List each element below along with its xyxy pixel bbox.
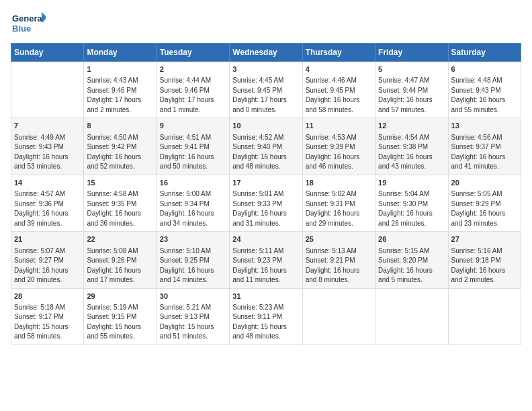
weekday-header-friday: Friday: [375, 44, 448, 62]
day-number: 2: [160, 64, 226, 75]
weekday-header-row: SundayMondayTuesdayWednesdayThursdayFrid…: [11, 44, 521, 62]
calendar-cell: 4Sunrise: 4:46 AM Sunset: 9:45 PM Daylig…: [302, 62, 375, 118]
day-number: 17: [232, 178, 299, 188]
day-detail: Sunrise: 5:15 AM Sunset: 9:20 PM Dayligh…: [378, 246, 445, 285]
calendar-week-row: 28Sunrise: 5:18 AM Sunset: 9:17 PM Dayli…: [11, 288, 521, 345]
calendar-week-row: 7Sunrise: 4:49 AM Sunset: 9:43 PM Daylig…: [11, 118, 521, 175]
day-detail: Sunrise: 5:10 AM Sunset: 9:25 PM Dayligh…: [160, 246, 226, 285]
day-detail: Sunrise: 4:43 AM Sunset: 9:46 PM Dayligh…: [87, 76, 153, 115]
day-number: 19: [378, 178, 445, 188]
calendar-cell: 17Sunrise: 5:01 AM Sunset: 9:33 PM Dayli…: [230, 175, 302, 231]
calendar-cell: 8Sunrise: 4:50 AM Sunset: 9:42 PM Daylig…: [84, 118, 157, 175]
day-detail: Sunrise: 5:13 AM Sunset: 9:21 PM Dayligh…: [306, 246, 372, 285]
calendar-cell: 19Sunrise: 5:04 AM Sunset: 9:30 PM Dayli…: [375, 175, 448, 231]
day-detail: Sunrise: 4:46 AM Sunset: 9:45 PM Dayligh…: [306, 76, 372, 115]
calendar-cell: 26Sunrise: 5:15 AM Sunset: 9:20 PM Dayli…: [375, 232, 448, 288]
day-detail: Sunrise: 5:18 AM Sunset: 9:17 PM Dayligh…: [14, 303, 81, 342]
day-detail: Sunrise: 4:45 AM Sunset: 9:45 PM Dayligh…: [232, 76, 299, 115]
day-detail: Sunrise: 5:19 AM Sunset: 9:15 PM Dayligh…: [87, 303, 153, 342]
calendar-cell: 27Sunrise: 5:16 AM Sunset: 9:18 PM Dayli…: [448, 232, 521, 288]
day-detail: Sunrise: 5:11 AM Sunset: 9:23 PM Dayligh…: [232, 246, 299, 285]
calendar-cell: 6Sunrise: 4:48 AM Sunset: 9:43 PM Daylig…: [448, 62, 521, 118]
calendar-cell: 13Sunrise: 4:56 AM Sunset: 9:37 PM Dayli…: [448, 118, 521, 175]
day-number: 31: [232, 291, 299, 302]
calendar-cell: [302, 288, 375, 345]
day-number: 8: [87, 121, 153, 131]
weekday-header-thursday: Thursday: [302, 44, 375, 62]
day-number: 11: [306, 121, 372, 131]
day-number: 5: [378, 64, 445, 75]
day-number: 10: [232, 121, 299, 131]
day-number: 25: [306, 234, 372, 244]
calendar-table: SundayMondayTuesdayWednesdayThursdayFrid…: [11, 43, 521, 345]
weekday-header-saturday: Saturday: [448, 44, 521, 62]
weekday-header-wednesday: Wednesday: [230, 44, 302, 62]
day-detail: Sunrise: 4:49 AM Sunset: 9:43 PM Dayligh…: [14, 133, 81, 172]
day-detail: Sunrise: 4:53 AM Sunset: 9:39 PM Dayligh…: [306, 133, 372, 172]
calendar-cell: 5Sunrise: 4:47 AM Sunset: 9:44 PM Daylig…: [375, 62, 448, 118]
day-number: 22: [87, 234, 153, 244]
day-detail: Sunrise: 4:50 AM Sunset: 9:42 PM Dayligh…: [87, 133, 153, 172]
day-detail: Sunrise: 4:51 AM Sunset: 9:41 PM Dayligh…: [160, 133, 226, 172]
calendar-cell: 22Sunrise: 5:08 AM Sunset: 9:26 PM Dayli…: [84, 232, 157, 288]
day-detail: Sunrise: 4:54 AM Sunset: 9:38 PM Dayligh…: [378, 133, 445, 172]
day-detail: Sunrise: 4:48 AM Sunset: 9:43 PM Dayligh…: [451, 76, 518, 115]
day-number: 13: [451, 121, 518, 131]
day-number: 15: [87, 178, 153, 188]
day-number: 18: [306, 178, 372, 188]
day-number: 1: [87, 64, 153, 75]
day-detail: Sunrise: 5:02 AM Sunset: 9:31 PM Dayligh…: [306, 189, 372, 228]
weekday-header-monday: Monday: [84, 44, 157, 62]
calendar-cell: 21Sunrise: 5:07 AM Sunset: 9:27 PM Dayli…: [11, 232, 84, 288]
calendar-cell: 31Sunrise: 5:23 AM Sunset: 9:11 PM Dayli…: [230, 288, 302, 345]
svg-text:General: General: [12, 13, 44, 24]
calendar-cell: 23Sunrise: 5:10 AM Sunset: 9:25 PM Dayli…: [157, 232, 229, 288]
day-detail: Sunrise: 4:58 AM Sunset: 9:35 PM Dayligh…: [87, 189, 153, 228]
calendar-week-row: 1Sunrise: 4:43 AM Sunset: 9:46 PM Daylig…: [11, 62, 521, 118]
day-detail: Sunrise: 5:21 AM Sunset: 9:13 PM Dayligh…: [160, 303, 226, 342]
day-number: 20: [451, 178, 518, 188]
calendar-week-row: 14Sunrise: 4:57 AM Sunset: 9:36 PM Dayli…: [11, 175, 521, 231]
day-number: 12: [378, 121, 445, 131]
day-number: 7: [14, 121, 81, 131]
day-number: 29: [87, 291, 153, 302]
calendar-cell: 2Sunrise: 4:44 AM Sunset: 9:46 PM Daylig…: [157, 62, 229, 118]
calendar-cell: 16Sunrise: 5:00 AM Sunset: 9:34 PM Dayli…: [157, 175, 229, 231]
day-number: 28: [14, 291, 81, 302]
day-detail: Sunrise: 5:01 AM Sunset: 9:33 PM Dayligh…: [232, 189, 299, 228]
calendar-cell: 20Sunrise: 5:05 AM Sunset: 9:29 PM Dayli…: [448, 175, 521, 231]
day-detail: Sunrise: 4:57 AM Sunset: 9:36 PM Dayligh…: [14, 189, 81, 228]
calendar-cell: [448, 288, 521, 345]
day-number: 26: [378, 234, 445, 244]
day-detail: Sunrise: 4:52 AM Sunset: 9:40 PM Dayligh…: [232, 133, 299, 172]
day-number: 23: [160, 234, 226, 244]
day-detail: Sunrise: 5:00 AM Sunset: 9:34 PM Dayligh…: [160, 189, 226, 228]
calendar-cell: 30Sunrise: 5:21 AM Sunset: 9:13 PM Dayli…: [157, 288, 229, 345]
day-number: 30: [160, 291, 226, 302]
calendar-week-row: 21Sunrise: 5:07 AM Sunset: 9:27 PM Dayli…: [11, 232, 521, 288]
calendar-cell: 12Sunrise: 4:54 AM Sunset: 9:38 PM Dayli…: [375, 118, 448, 175]
day-number: 27: [451, 234, 518, 244]
day-number: 4: [306, 64, 372, 75]
day-detail: Sunrise: 5:07 AM Sunset: 9:27 PM Dayligh…: [14, 246, 81, 285]
day-detail: Sunrise: 5:04 AM Sunset: 9:30 PM Dayligh…: [378, 189, 445, 228]
calendar-cell: 28Sunrise: 5:18 AM Sunset: 9:17 PM Dayli…: [11, 288, 84, 345]
calendar-cell: [11, 62, 84, 118]
day-detail: Sunrise: 4:44 AM Sunset: 9:46 PM Dayligh…: [160, 76, 226, 115]
day-number: 6: [451, 64, 518, 75]
calendar-cell: 18Sunrise: 5:02 AM Sunset: 9:31 PM Dayli…: [302, 175, 375, 231]
calendar-cell: 15Sunrise: 4:58 AM Sunset: 9:35 PM Dayli…: [84, 175, 157, 231]
day-number: 14: [14, 178, 81, 188]
day-number: 21: [14, 234, 81, 244]
day-detail: Sunrise: 5:23 AM Sunset: 9:11 PM Dayligh…: [232, 303, 299, 342]
logo: General Blue: [11, 11, 46, 38]
weekday-header-tuesday: Tuesday: [157, 44, 229, 62]
calendar-cell: 14Sunrise: 4:57 AM Sunset: 9:36 PM Dayli…: [11, 175, 84, 231]
calendar-cell: 7Sunrise: 4:49 AM Sunset: 9:43 PM Daylig…: [11, 118, 84, 175]
calendar-cell: 11Sunrise: 4:53 AM Sunset: 9:39 PM Dayli…: [302, 118, 375, 175]
calendar-cell: 10Sunrise: 4:52 AM Sunset: 9:40 PM Dayli…: [230, 118, 302, 175]
day-number: 3: [232, 64, 299, 75]
day-number: 16: [160, 178, 226, 188]
header: General Blue: [11, 11, 521, 38]
day-number: 24: [232, 234, 299, 244]
